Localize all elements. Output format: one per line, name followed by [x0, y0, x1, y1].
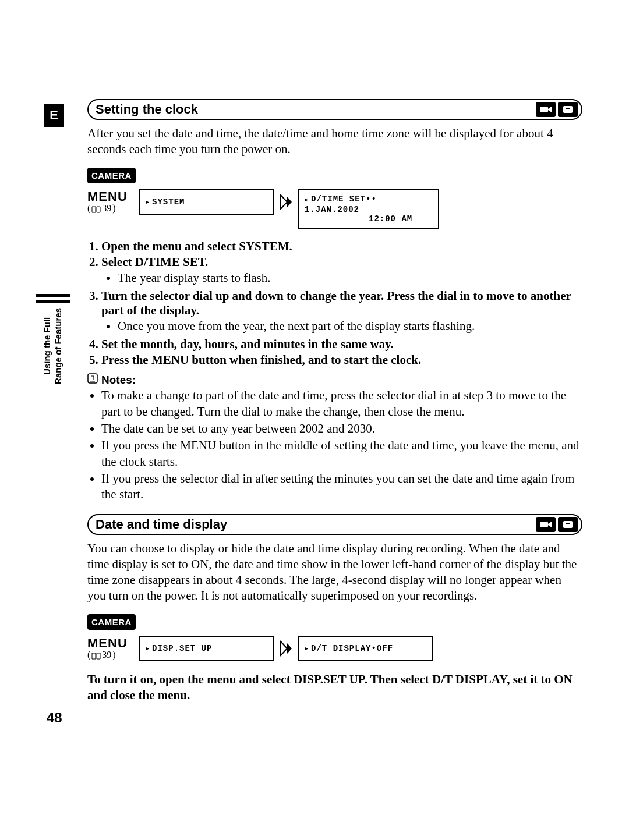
- card-mode-icon: [558, 517, 578, 532]
- step-3: Turn the selector dial up and down to ch…: [101, 289, 571, 317]
- mode-icons: [536, 102, 578, 117]
- note-1: To make a change to part of the date and…: [101, 388, 582, 420]
- menu-box-system: ▶SYSTEM: [139, 189, 274, 215]
- section-header-datetime: Date and time display: [87, 514, 582, 535]
- menu-row-2: MENU ( 39) ▶DISP.SET UP ▶D/T DISPLAY•OFF: [87, 636, 582, 661]
- menu-box-text: DISP.SET UP: [152, 644, 212, 653]
- menu-ref-page: 39: [102, 650, 111, 660]
- language-tab: E: [44, 104, 64, 127]
- section-title-2: Date and time display: [96, 517, 536, 532]
- side-marker: Using the Full Range of Features: [36, 294, 70, 384]
- step-4: Set the month, day, hours, and minutes i…: [101, 337, 394, 351]
- step-2: Select D/TIME SET.: [101, 255, 208, 269]
- menu-label: MENU: [87, 189, 128, 204]
- menu-box-text: D/T DISPLAY•OFF: [311, 644, 393, 653]
- menu-box-dtdisplay: ▶D/T DISPLAY•OFF: [298, 636, 433, 661]
- step-2-bullet: The year display starts to flash.: [118, 271, 582, 285]
- menu-label-block: MENU ( 39): [87, 636, 134, 660]
- camera-mode-icon: [536, 102, 556, 117]
- menu-arrow: [279, 189, 293, 215]
- menu-ref-page: 39: [102, 203, 111, 214]
- final-instruction: To turn it on, open the menu and select …: [87, 672, 582, 703]
- menu-box-dispsetup: ▶DISP.SET UP: [139, 636, 274, 661]
- triangle-icon: ▶: [305, 645, 309, 652]
- note-4: If you press the selector dial in after …: [101, 471, 582, 503]
- svg-rect-2: [566, 108, 570, 109]
- side-bar: [36, 294, 70, 297]
- card-mode-icon: [558, 102, 578, 117]
- page-number: 48: [47, 710, 62, 726]
- menu-ref: ( 39): [87, 203, 116, 214]
- section-header-clock: Setting the clock: [87, 99, 582, 120]
- svg-rect-6: [566, 523, 570, 524]
- section2-intro: You can choose to display or hide the da…: [87, 541, 582, 604]
- note-3: If you press the MENU button in the midd…: [101, 438, 582, 470]
- menu-label-block: MENU ( 39): [87, 189, 134, 214]
- step-1: Open the menu and select SYSTEM.: [101, 239, 292, 253]
- menu-box-text: SYSTEM: [152, 197, 185, 207]
- svg-rect-1: [563, 106, 573, 113]
- triangle-icon: ▶: [146, 645, 150, 652]
- svg-rect-0: [540, 107, 548, 112]
- camera-tag: CAMERA: [87, 168, 136, 183]
- notes-header: Notes:: [87, 373, 582, 387]
- book-icon: [91, 205, 101, 212]
- menu-ref: ( 39): [87, 650, 116, 660]
- menu-arrow: [279, 636, 293, 661]
- camera-tag-2: CAMERA: [87, 614, 136, 630]
- triangle-icon: ▶: [146, 199, 150, 205]
- camera-mode-icon: [536, 517, 556, 532]
- side-text: Using the Full Range of Features: [42, 308, 64, 384]
- steps-list: Open the menu and select SYSTEM. Select …: [87, 239, 582, 367]
- svg-rect-4: [540, 522, 548, 527]
- note-2: The date can be set to any year between …: [101, 421, 582, 437]
- section1-intro: After you set the date and time, the dat…: [87, 126, 582, 157]
- side-text-line1: Using the Full: [42, 317, 52, 375]
- side-text-line2: Range of Features: [53, 308, 63, 384]
- menu-box2-line1: D/TIME SET•• 1.JAN.2002: [305, 194, 377, 214]
- notes-label: Notes:: [101, 374, 136, 387]
- step-5: Press the MENU button when finished, and…: [101, 353, 421, 367]
- mode-icons: [536, 517, 578, 532]
- menu-box2-line2: 12:00 AM: [305, 214, 412, 224]
- svg-rect-5: [563, 521, 573, 528]
- triangle-icon: ▶: [305, 197, 309, 203]
- menu-row-1: MENU ( 39) ▶SYSTEM ▶D/TIME SET•• 1.JAN.2…: [87, 189, 582, 229]
- notes-list: To make a change to part of the date and…: [87, 388, 582, 502]
- side-bar: [36, 300, 70, 303]
- menu-label: MENU: [87, 636, 128, 651]
- menu-box-dtime: ▶D/TIME SET•• 1.JAN.2002 12:00 AM: [298, 189, 439, 229]
- step-3-bullet: Once you move from the year, the next pa…: [118, 319, 582, 334]
- section-title: Setting the clock: [96, 102, 536, 117]
- note-icon: [87, 373, 98, 387]
- book-icon: [91, 651, 101, 658]
